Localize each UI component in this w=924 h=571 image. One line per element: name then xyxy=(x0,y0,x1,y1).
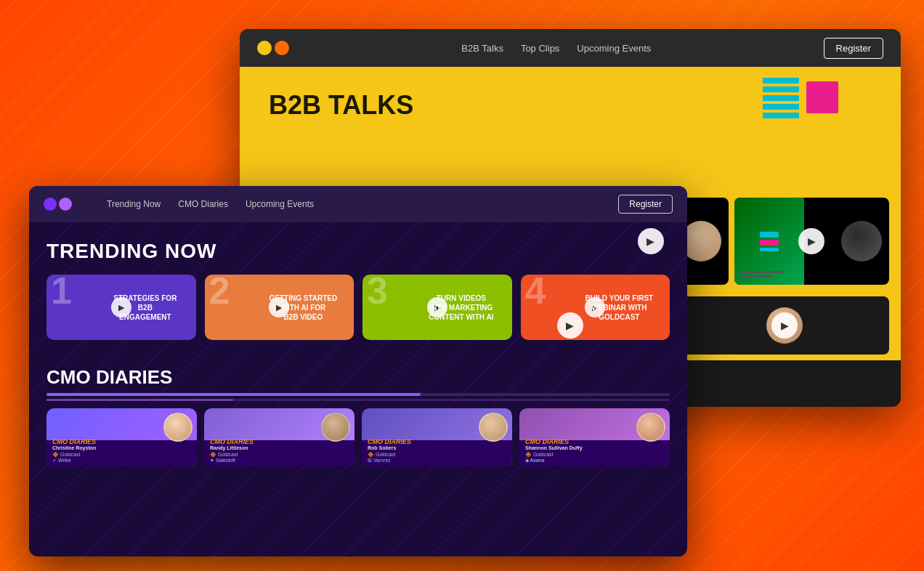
front-nav-trending[interactable]: Trending Now xyxy=(107,199,161,209)
back-nav-links: B2B Talks Top Clips Upcoming Events xyxy=(461,43,651,54)
trend-text-4: BUILD YOUR FIRSTWEBINAR WITHGOLDCAST xyxy=(575,293,664,322)
svg-rect-5 xyxy=(806,81,838,113)
cmo-card-3[interactable]: CMO Diaries Rob Sobers 🔶 Goldcast ⊞ Varo… xyxy=(362,408,512,466)
back-nav-b2b-talks[interactable]: B2B Talks xyxy=(461,43,503,54)
cmo-speaker-3 xyxy=(479,413,508,442)
back-logo xyxy=(257,41,289,55)
cmo-goldcast-2: 🔶 Goldcast xyxy=(210,452,349,458)
back-hero: B2B TALKS xyxy=(240,67,901,198)
front-nav-upcoming[interactable]: Upcoming Events xyxy=(246,199,314,209)
trend-number-2: 2 xyxy=(209,275,230,309)
trend-text-3: TURN VIDEOSINTO MARKETINGCONTENT WITH AI xyxy=(416,293,506,322)
cmo-card-1[interactable]: CMO Diaries Christine Royston 🔶 Goldcast… xyxy=(46,408,197,466)
cmo-name-2: Randy Littleson xyxy=(210,445,349,450)
trending-card-2[interactable]: 2 ▶ GETTING STARTEDWITH AI FORB2B VIDEO xyxy=(205,275,354,340)
cmo-speaker-4 xyxy=(636,413,665,442)
svg-rect-3 xyxy=(763,104,799,110)
cmo-name-3: Rob Sobers xyxy=(368,445,506,450)
cmo-name-1: Christine Royston xyxy=(52,445,191,450)
back-register-button[interactable]: Register xyxy=(824,38,883,59)
back-nav-top-clips[interactable]: Top Clips xyxy=(521,43,559,54)
trend-text-2: GETTING STARTEDWITH AI FORB2B VIDEO xyxy=(259,293,348,322)
back-video-card-4[interactable]: ▶ xyxy=(734,198,890,285)
cmo-goldcast-4: 🔶 Goldcast xyxy=(525,452,664,458)
logo-circle-yellow xyxy=(257,41,272,55)
cmo-partner-4: ◈ Asana xyxy=(525,458,664,463)
cmo-diaries-section: CMO DIARIES CMO Diaries Christine Roysto… xyxy=(29,366,687,466)
cmo-progress-bar-2 xyxy=(46,399,670,401)
cmo-partner-1: ✓ Wrike xyxy=(52,458,191,463)
cmo-card-label-1: CMO Diaries xyxy=(52,438,191,445)
svg-rect-13 xyxy=(760,232,779,238)
cmo-card-label-3: CMO Diaries xyxy=(368,438,506,445)
trending-card-4[interactable]: 4 ▶ BUILD YOUR FIRSTWEBINAR WITHGOLDCAST xyxy=(521,275,670,340)
play-button-3[interactable]: ▶ xyxy=(638,228,664,254)
front-nav-cmo[interactable]: CMO Diaries xyxy=(178,199,228,209)
svg-rect-4 xyxy=(763,113,799,118)
front-nav-links: Trending Now CMO Diaries Upcoming Events xyxy=(107,199,598,209)
front-window: Trending Now CMO Diaries Upcoming Events… xyxy=(29,186,687,556)
cmo-partner-3: ⊞ Varonis xyxy=(368,458,506,463)
cmo-name-4: Shannon Sullivan Duffy xyxy=(525,445,664,450)
cmo-card-4[interactable]: CMO Diaries Shannon Sullivan Duffy 🔶 Gol… xyxy=(519,408,670,466)
cmo-goldcast-3: 🔶 Goldcast xyxy=(368,452,506,458)
deco-icon-4 xyxy=(758,230,780,252)
cmo-card-info-4: CMO Diaries Shannon Sullivan Duffy 🔶 Gol… xyxy=(525,438,664,463)
back-nav-upcoming-events[interactable]: Upcoming Events xyxy=(577,43,651,54)
trend-number-4: 4 xyxy=(525,275,546,309)
back-bottom-card-3[interactable]: ▶ xyxy=(681,296,889,355)
speaker-avatar-4 xyxy=(841,221,882,262)
front-logo xyxy=(44,198,72,211)
svg-rect-2 xyxy=(763,95,799,101)
card-lines-4 xyxy=(740,271,784,278)
logo-circle-orange xyxy=(275,41,289,55)
play-button-4[interactable]: ▶ xyxy=(798,228,824,254)
back-nav: B2B Talks Top Clips Upcoming Events Regi… xyxy=(240,29,901,67)
trend-number-1: 1 xyxy=(51,275,72,309)
front-logo-circle-purple xyxy=(44,198,57,211)
cmo-progress-fill-2 xyxy=(46,399,233,401)
trending-card-3[interactable]: 3 ▶ TURN VIDEOSINTO MARKETINGCONTENT WIT… xyxy=(362,275,512,340)
cmo-speaker-2 xyxy=(321,413,350,442)
cmo-card-label-2: CMO Diaries xyxy=(210,438,349,445)
svg-rect-1 xyxy=(763,86,799,92)
trending-title: TRENDING NOW xyxy=(46,240,670,263)
cmo-card-label-4: CMO Diaries xyxy=(525,438,664,445)
svg-marker-6 xyxy=(846,81,864,100)
svg-marker-7 xyxy=(846,107,864,125)
play-button-bottom-2[interactable]: ▶ xyxy=(557,312,583,339)
svg-rect-14 xyxy=(760,240,779,246)
front-logo-circle-light xyxy=(59,198,72,211)
svg-rect-0 xyxy=(763,78,799,84)
trending-card-1[interactable]: 1 ▶ STRATEGIES FORB2BENGAGEMENT xyxy=(46,275,196,340)
trend-number-3: 3 xyxy=(367,275,388,309)
cmo-card-info-2: CMO Diaries Randy Littleson 🔶 Goldcast ✦… xyxy=(210,438,349,463)
front-trending-section: TRENDING NOW 1 ▶ STRATEGIES FORB2BENGAGE… xyxy=(29,222,687,366)
cmo-cards-row: CMO Diaries Christine Royston 🔶 Goldcast… xyxy=(46,408,670,466)
geo-decoration xyxy=(763,78,879,146)
svg-rect-15 xyxy=(760,248,779,251)
cmo-progress-fill-1 xyxy=(46,393,421,396)
cmo-title: CMO DIARIES xyxy=(46,366,670,389)
cmo-card-info-3: CMO Diaries Rob Sobers 🔶 Goldcast ⊞ Varo… xyxy=(368,438,506,463)
cmo-card-2[interactable]: CMO Diaries Randy Littleson 🔶 Goldcast ✦… xyxy=(204,408,354,466)
front-nav: Trending Now CMO Diaries Upcoming Events… xyxy=(29,186,687,222)
cmo-card-info-1: CMO Diaries Christine Royston 🔶 Goldcast… xyxy=(52,438,191,463)
trend-text-1: STRATEGIES FORB2BENGAGEMENT xyxy=(100,293,190,322)
cmo-progress-bar-1 xyxy=(46,393,670,396)
front-register-button[interactable]: Register xyxy=(618,195,673,214)
cmo-partner-2: ✦ Salesloft xyxy=(210,458,349,463)
cmo-goldcast-1: 🔶 Goldcast xyxy=(52,452,191,458)
cmo-speaker-1 xyxy=(163,413,192,442)
